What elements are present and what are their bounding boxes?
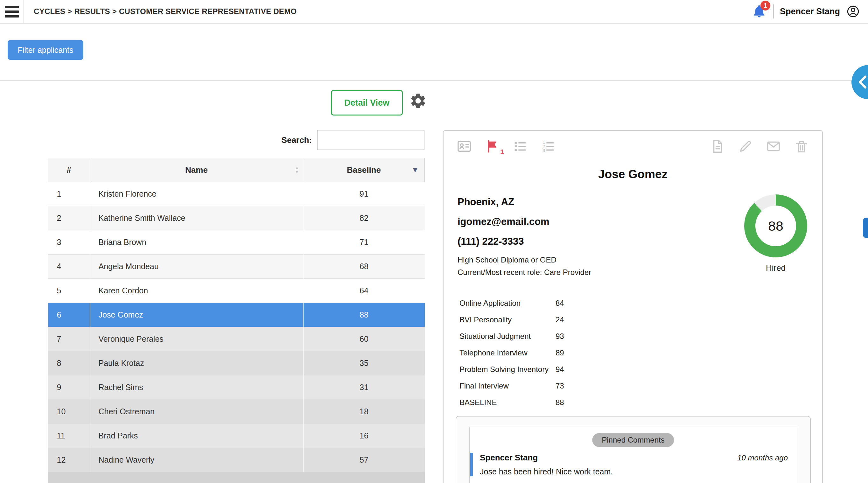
- notification-badge: 1: [761, 1, 770, 10]
- candidate-email: igomez@email.com: [458, 216, 591, 228]
- row-name: Briana Brown: [90, 230, 303, 254]
- numbered-list-icon[interactable]: 1 2 3: [541, 139, 556, 154]
- score-value: 94: [556, 365, 564, 374]
- row-baseline: 57: [303, 448, 425, 472]
- detail-view-button[interactable]: Detail View: [331, 90, 403, 116]
- candidate-info: Phoenix, AZ igomez@email.com (111) 222-3…: [458, 196, 591, 280]
- table-row[interactable]: 8Paula Krotaz35: [48, 351, 425, 375]
- row-name: Brad Parks: [90, 424, 303, 448]
- row-number: 1: [48, 182, 90, 206]
- score-value: 89: [556, 349, 564, 357]
- header-divider: [773, 4, 774, 19]
- table-row[interactable]: 5Karen Cordon64: [48, 279, 425, 303]
- table-row[interactable]: 7Veronique Perales60: [48, 327, 425, 351]
- filter-applicants-button[interactable]: Filter applicants: [8, 40, 83, 60]
- score-row: Situational Judgment93: [460, 328, 564, 344]
- hired-score-widget: 88 Hired: [744, 194, 808, 273]
- comment-timestamp: 10 months ago: [737, 453, 788, 462]
- row-name: Karen Cordon: [90, 279, 303, 303]
- search-input[interactable]: [317, 130, 425, 150]
- edge-action-button[interactable]: [863, 218, 868, 238]
- row-baseline: 35: [303, 351, 425, 375]
- applicant-table: # Name ▲▼ Baseline ▼ 1Kristen Florence91…: [48, 158, 425, 483]
- breadcrumb[interactable]: CYCLES > RESULTS > CUSTOMER SERVICE REPR…: [34, 7, 297, 16]
- row-number: 11: [48, 424, 90, 448]
- flag-icon[interactable]: 1: [485, 139, 500, 154]
- row-name: Paula Krotaz: [90, 351, 303, 375]
- notifications-button[interactable]: 1: [752, 4, 767, 19]
- table-row[interactable]: 11Brad Parks16: [48, 424, 425, 448]
- candidate-education: High School Diploma or GED: [458, 255, 591, 264]
- document-icon[interactable]: [710, 139, 725, 154]
- comment-item: Spencer Stang 10 months ago Jose has bee…: [470, 453, 788, 476]
- comment-author: Spencer Stang: [480, 453, 538, 463]
- user-name[interactable]: Spencer Stang: [780, 7, 840, 17]
- score-value: 24: [556, 315, 564, 324]
- row-baseline: 82: [303, 206, 425, 230]
- menu-icon[interactable]: [0, 0, 24, 23]
- score-row: Problem Solving Inventory94: [460, 361, 564, 378]
- table-row[interactable]: 9Rachel Sims31: [48, 375, 425, 400]
- row-name: Veronique Perales: [90, 327, 303, 351]
- chevron-left-icon: [855, 74, 868, 90]
- row-baseline: 91: [303, 182, 425, 206]
- row-baseline: 31: [303, 375, 425, 400]
- score-value: 88: [556, 398, 564, 407]
- panel-collapse-button[interactable]: [851, 65, 868, 99]
- row-baseline: 64: [303, 279, 425, 303]
- score-list: Online Application84 BVI Personality24 S…: [460, 295, 564, 411]
- score-row: BVI Personality24: [460, 311, 564, 328]
- column-label: #: [66, 165, 71, 175]
- row-baseline: 88: [303, 303, 425, 327]
- score-row: Final Interview73: [460, 378, 564, 394]
- settings-gear-icon[interactable]: [409, 92, 427, 110]
- row-name: Katherine Smith Wallace: [90, 206, 303, 230]
- row-number: 2: [48, 206, 90, 230]
- score-label: BVI Personality: [460, 315, 556, 324]
- card-toolbar-left: 1 1 2 3: [457, 139, 556, 154]
- table-header-row: # Name ▲▼ Baseline ▼: [48, 158, 425, 182]
- table-row[interactable]: 12Nadine Waverly57: [48, 448, 425, 472]
- page: { "colors": { "accent_blue": "#4a90e2", …: [0, 0, 868, 483]
- row-number: 10: [48, 400, 90, 424]
- row-baseline: 18: [303, 400, 425, 424]
- flag-count: 1: [500, 148, 504, 156]
- profile-card-icon[interactable]: [457, 139, 471, 154]
- table-row[interactable]: 10Cheri Ostreman18: [48, 400, 425, 424]
- score-value: 93: [556, 332, 564, 341]
- column-header-baseline[interactable]: Baseline ▼: [303, 158, 425, 182]
- row-number: 12: [48, 448, 90, 472]
- score-row: Telephone Interview89: [460, 344, 564, 361]
- column-header-number[interactable]: #: [48, 158, 90, 182]
- table-row[interactable]: 2Katherine Smith Wallace82: [48, 206, 425, 230]
- top-bar: CYCLES > RESULTS > CUSTOMER SERVICE REPR…: [0, 0, 868, 24]
- column-label: Baseline: [347, 165, 381, 175]
- edit-pencil-icon[interactable]: [738, 139, 753, 154]
- user-avatar-icon[interactable]: [846, 5, 860, 18]
- comment-head: Spencer Stang 10 months ago: [480, 453, 788, 463]
- row-number: 4: [48, 254, 90, 279]
- email-envelope-icon[interactable]: [766, 139, 781, 154]
- table-row[interactable]: 4Angela Mondeau68: [48, 254, 425, 279]
- score-value: 84: [556, 299, 564, 308]
- score-value: 73: [556, 382, 564, 390]
- score-label: Final Interview: [460, 382, 556, 390]
- candidate-role: Current/Most recent role: Care Provider: [458, 268, 591, 277]
- row-baseline: 16: [303, 424, 425, 448]
- score-label: Problem Solving Inventory: [460, 365, 556, 374]
- table-row[interactable]: 3Briana Brown71: [48, 230, 425, 254]
- table-row[interactable]: 1Kristen Florence91: [48, 182, 425, 206]
- candidate-phone: (111) 222-3333: [458, 236, 591, 247]
- pinned-comments-inner: Pinned Comments Spencer Stang 10 months …: [469, 427, 797, 483]
- table-row-selected[interactable]: 6Jose Gomez88: [48, 303, 425, 327]
- row-baseline: 60: [303, 327, 425, 351]
- row-name: Rachel Sims: [90, 375, 303, 400]
- pinned-comments-box: Pinned Comments Spencer Stang 10 months …: [456, 416, 811, 483]
- column-header-name[interactable]: Name ▲▼: [90, 158, 303, 182]
- list-view-icon[interactable]: [513, 139, 528, 154]
- sort-desc-icon: ▼: [411, 166, 419, 174]
- score-label: Situational Judgment: [460, 332, 556, 341]
- delete-trash-icon[interactable]: [794, 139, 809, 154]
- score-label: BASELINE: [460, 398, 556, 407]
- sort-icon: ▲▼: [294, 166, 299, 174]
